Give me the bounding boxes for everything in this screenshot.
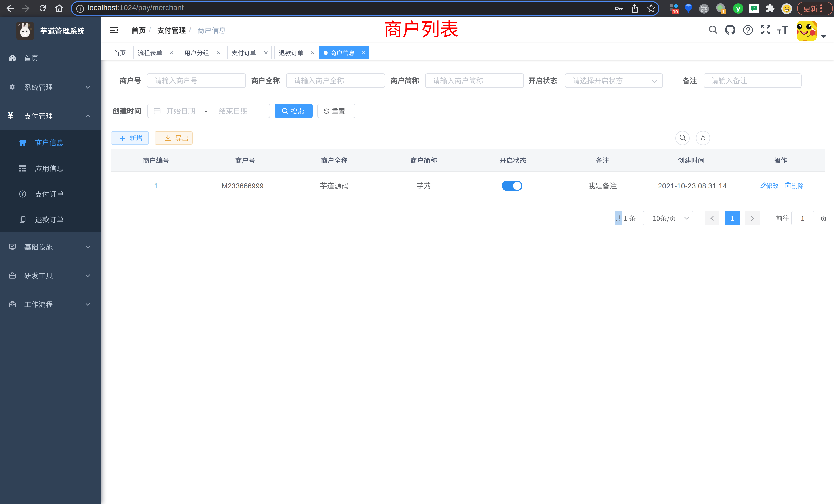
svg-text:10: 10 — [673, 9, 678, 14]
svg-text:1: 1 — [722, 9, 725, 14]
svg-text:¥: ¥ — [21, 191, 24, 197]
svg-text:y: y — [737, 5, 740, 13]
